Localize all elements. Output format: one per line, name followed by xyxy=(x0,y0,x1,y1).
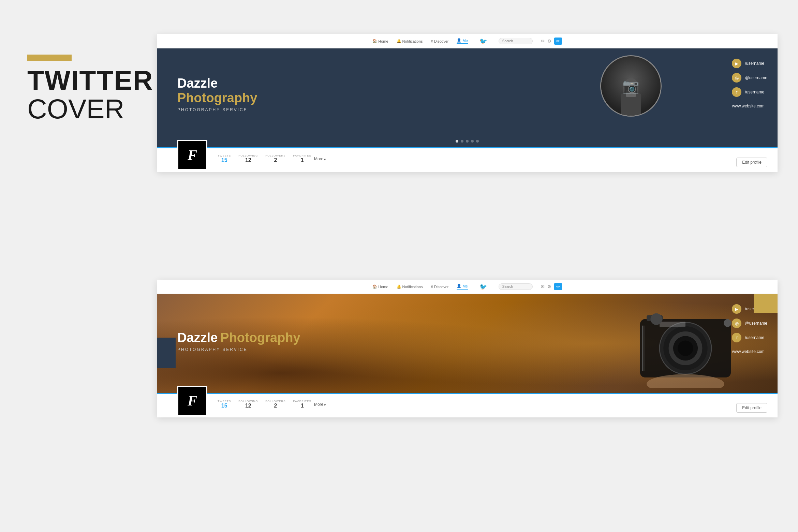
dark-accent-decoration xyxy=(157,338,176,368)
cover-title-white-top: Dazzle xyxy=(177,76,218,91)
twitter-ui-top: 🏠 Home 🔔 Notifications # Discover 👤 Me 🐦… xyxy=(157,34,778,172)
avatar-letter-bottom: F xyxy=(188,393,197,409)
youtube-handle: /username xyxy=(745,61,764,66)
cover-title-gold-top: Photography xyxy=(177,91,257,105)
dot-2 xyxy=(461,140,463,143)
hash-icon: # xyxy=(431,39,433,43)
svg-rect-11 xyxy=(660,322,685,327)
profile-section-bottom: F TWEETS 15 FOLLOWING 12 FOLLOWERS 2 FAV… xyxy=(157,393,778,417)
dot-4 xyxy=(471,140,474,143)
youtube-link[interactable]: ▶ /username xyxy=(732,59,767,68)
avatar-box-top: F xyxy=(177,140,207,170)
profile-circle-top xyxy=(600,55,662,117)
favorites-label: FAVORITES xyxy=(293,154,311,157)
nav-search-input-b[interactable] xyxy=(499,283,533,290)
messages-icon-b[interactable]: ✉ xyxy=(541,284,545,289)
home-icon-b: 🏠 xyxy=(372,284,377,289)
chevron-down-icon: ▼ xyxy=(323,158,326,161)
following-label: FOLLOWING xyxy=(238,154,258,157)
stat-tweets-b: TWEETS 15 xyxy=(218,400,231,409)
cover-content-bottom: Dazzle Photography PHOTOGRAPHY SERVICE xyxy=(177,330,300,352)
profile-section-top: F TWEETS 15 FOLLOWING 12 FOLLOWERS 2 FAV… xyxy=(157,147,778,172)
instagram-icon-b: ◎ xyxy=(732,319,741,328)
edit-profile-button-bottom[interactable]: Edit profile xyxy=(736,403,767,413)
more-button-bottom[interactable]: More ▼ xyxy=(314,402,326,410)
dot-3 xyxy=(466,140,469,143)
twitter-bird-icon: 🐦 xyxy=(479,38,487,45)
compose-icon[interactable]: ✏ xyxy=(554,38,562,45)
compose-icon-b[interactable]: ✏ xyxy=(554,283,562,290)
gold-bar-decoration xyxy=(27,55,72,61)
top-mockup: 🏠 Home 🔔 Notifications # Discover 👤 Me 🐦… xyxy=(157,34,778,172)
avatar-box-bottom: F xyxy=(177,386,207,416)
followers-value-b: 2 xyxy=(265,403,285,409)
following-value: 12 xyxy=(238,157,258,163)
instagram-link-b[interactable]: ◎ @username xyxy=(732,319,767,328)
bottom-mockup: 🏠 Home 🔔 Notifications # Discover 👤 Me 🐦… xyxy=(157,280,778,417)
edit-profile-button-top[interactable]: Edit profile xyxy=(736,158,767,167)
dot-5 xyxy=(476,140,479,143)
stat-followers-b: FOLLOWERS 2 xyxy=(265,400,285,409)
settings-icon-b[interactable]: ⚙ xyxy=(547,284,551,289)
facebook-link[interactable]: f /username xyxy=(732,87,767,97)
website-link-top[interactable]: www.website.com xyxy=(732,104,767,108)
cover-subtitle-top: PHOTOGRAPHY SERVICE xyxy=(177,107,257,112)
profile-stats-top: TWEETS 15 FOLLOWING 12 FOLLOWERS 2 FAVOR… xyxy=(218,154,311,166)
facebook-handle: /username xyxy=(745,90,764,94)
more-button-top[interactable]: More ▼ xyxy=(314,157,326,164)
following-label-b: FOLLOWING xyxy=(238,400,258,403)
cover-content-top: Dazzle Photography PHOTOGRAPHY SERVICE xyxy=(177,76,257,112)
favorites-label-b: FAVORITES xyxy=(293,400,311,403)
svg-rect-2 xyxy=(626,90,636,97)
facebook-icon-b: f xyxy=(732,333,741,342)
stat-following: FOLLOWING 12 xyxy=(238,154,258,163)
nav-me[interactable]: 👤 Me xyxy=(457,38,468,44)
profile-stats-bottom: TWEETS 15 FOLLOWING 12 FOLLOWERS 2 FAVOR… xyxy=(218,400,311,412)
youtube-icon-b: ▶ xyxy=(732,304,741,314)
social-links-top: ▶ /username ◎ @username f /username www.… xyxy=(732,59,767,108)
stat-followers: FOLLOWERS 2 xyxy=(265,154,285,163)
nav-home[interactable]: 🏠 Home xyxy=(372,39,388,43)
svg-point-8 xyxy=(678,340,693,356)
bell-icon-b: 🔔 xyxy=(397,284,401,289)
youtube-icon: ▶ xyxy=(732,59,741,68)
nav-notifications[interactable]: 🔔 Notifications xyxy=(397,39,423,43)
cover-photo-dark: Dazzle Photography PHOTOGRAPHY SERVICE xyxy=(157,48,778,147)
facebook-icon: f xyxy=(732,87,741,97)
nav-home-b[interactable]: 🏠 Home xyxy=(372,284,388,289)
left-label: TWITTER COVER xyxy=(27,55,153,124)
home-icon: 🏠 xyxy=(372,39,377,43)
cover-subtitle: COVER xyxy=(27,94,153,124)
avatar-letter-top: F xyxy=(188,147,197,163)
twitter-ui-bottom: 🏠 Home 🔔 Notifications # Discover 👤 Me 🐦… xyxy=(157,280,778,417)
twitter-nav-top: 🏠 Home 🔔 Notifications # Discover 👤 Me 🐦… xyxy=(157,34,778,48)
user-icon: 👤 xyxy=(457,38,461,43)
website-link-bottom[interactable]: www.website.com xyxy=(732,349,767,354)
gold-accent-decoration xyxy=(754,294,778,313)
user-icon-b: 👤 xyxy=(457,284,461,288)
settings-icon[interactable]: ⚙ xyxy=(547,39,551,44)
twitter-bird-icon-b: 🐦 xyxy=(479,283,487,291)
instagram-link[interactable]: ◎ @username xyxy=(732,73,767,83)
stat-favorites-b: FAVORITES 1 xyxy=(293,400,311,409)
stat-tweets: TWEETS 15 xyxy=(218,154,231,163)
cover-title-gold-bottom: Photography xyxy=(220,330,300,345)
profile-figure xyxy=(601,56,661,116)
following-value-b: 12 xyxy=(238,403,258,409)
bell-icon: 🔔 xyxy=(397,39,401,43)
facebook-link-b[interactable]: f /username xyxy=(732,333,767,342)
facebook-handle-b: /username xyxy=(745,335,764,340)
nav-discover[interactable]: # Discover xyxy=(431,39,449,43)
favorites-value-b: 1 xyxy=(293,403,311,409)
instagram-handle-b: @username xyxy=(745,321,767,326)
nav-discover-b[interactable]: # Discover xyxy=(431,285,449,289)
svg-point-13 xyxy=(650,313,662,325)
nav-me-b[interactable]: 👤 Me xyxy=(457,284,468,290)
hash-icon-b: # xyxy=(431,285,433,289)
nav-search-input[interactable] xyxy=(499,38,533,44)
nav-notifications-b[interactable]: 🔔 Notifications xyxy=(397,284,423,289)
nav-action-icons-b: ✉ ⚙ ✏ xyxy=(541,283,562,290)
followers-value: 2 xyxy=(265,157,285,163)
cover-dots-top xyxy=(456,140,479,143)
messages-icon[interactable]: ✉ xyxy=(541,39,545,44)
